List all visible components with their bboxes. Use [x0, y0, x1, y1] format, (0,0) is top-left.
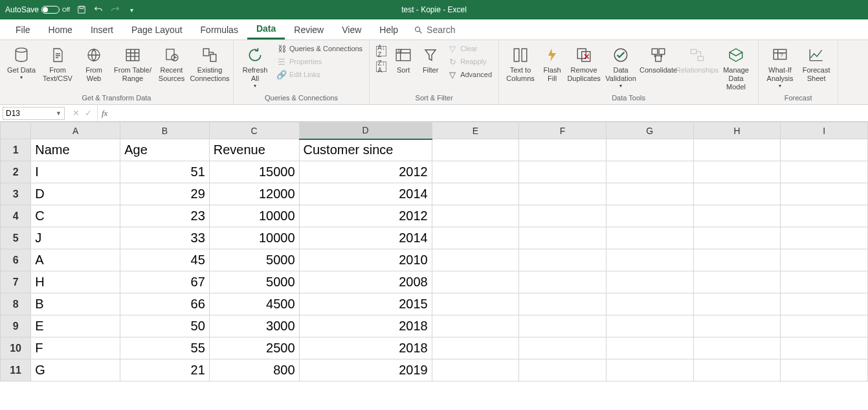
from-table-button[interactable]: From Table/ Range	[113, 43, 153, 84]
sort-button[interactable]: AZSort	[390, 43, 416, 76]
cell[interactable]	[606, 205, 693, 227]
tab-insert[interactable]: Insert	[82, 21, 122, 39]
cell[interactable]	[519, 227, 606, 249]
row-header[interactable]: 4	[1, 205, 31, 227]
cell[interactable]: Age	[120, 139, 210, 161]
cell[interactable]	[693, 161, 781, 183]
from-web-button[interactable]: From Web	[76, 43, 111, 84]
tab-help[interactable]: Help	[370, 21, 407, 39]
column-header-F[interactable]: F	[519, 122, 606, 139]
cell[interactable]	[693, 271, 781, 293]
consolidate-button[interactable]: Consolidate	[640, 43, 676, 76]
cell[interactable]: 33	[120, 227, 210, 249]
cell[interactable]	[519, 293, 606, 315]
get-data-button[interactable]: Get Data▾	[4, 43, 39, 82]
cell[interactable]	[606, 161, 693, 183]
cell[interactable]: 10000	[209, 227, 299, 249]
cell[interactable]	[693, 359, 781, 382]
cell[interactable]: 800	[209, 359, 299, 382]
tab-view[interactable]: View	[333, 21, 370, 39]
cell[interactable]: 55	[120, 337, 210, 359]
row-header[interactable]: 8	[1, 293, 31, 315]
cell[interactable]	[519, 183, 606, 205]
cell[interactable]: 12000	[209, 183, 299, 205]
column-header-B[interactable]: B	[120, 122, 210, 139]
cell[interactable]	[432, 359, 519, 382]
row-header[interactable]: 2	[1, 161, 31, 183]
cell[interactable]: H	[31, 271, 120, 293]
sort-asc-button[interactable]: A↓Z	[373, 45, 389, 57]
tab-data[interactable]: Data	[247, 19, 285, 40]
cell[interactable]: 45	[120, 249, 210, 271]
cell[interactable]: D	[31, 183, 120, 205]
cancel-icon[interactable]: ✕	[72, 108, 80, 118]
queries-connections-button[interactable]: ⛓Queries & Connections	[274, 43, 365, 54]
cell[interactable]: 2018	[299, 337, 432, 359]
cell[interactable]: C	[31, 205, 120, 227]
cell[interactable]: I	[31, 161, 120, 183]
cell[interactable]: E	[31, 315, 120, 337]
column-header-E[interactable]: E	[432, 122, 519, 139]
filter-button[interactable]: Filter	[417, 43, 443, 76]
cell[interactable]: 2014	[299, 227, 432, 249]
cell[interactable]	[781, 139, 868, 161]
spreadsheet-grid[interactable]: ABCDEFGHI1NameAgeRevenueCustomer since2I…	[0, 122, 868, 382]
cell[interactable]: 23	[120, 205, 210, 227]
cell[interactable]	[781, 293, 868, 315]
cell[interactable]: 5000	[209, 249, 299, 271]
row-header[interactable]: 11	[1, 359, 31, 382]
cell[interactable]	[606, 293, 693, 315]
cell[interactable]: 29	[120, 183, 210, 205]
cell[interactable]	[606, 227, 693, 249]
qat-customize-icon[interactable]: ▾	[127, 5, 137, 15]
cell[interactable]	[432, 205, 519, 227]
cell[interactable]: 10000	[209, 205, 299, 227]
cell[interactable]	[519, 359, 606, 382]
cell[interactable]: 2012	[299, 161, 432, 183]
cell[interactable]: 2010	[299, 249, 432, 271]
advanced-filter-button[interactable]: ▽Advanced	[445, 69, 495, 80]
cell[interactable]	[432, 337, 519, 359]
column-header-D[interactable]: D	[299, 122, 432, 139]
cell[interactable]	[781, 227, 868, 249]
cell[interactable]	[519, 205, 606, 227]
tab-page-layout[interactable]: Page Layout	[122, 21, 192, 39]
cell[interactable]: F	[31, 337, 120, 359]
undo-icon[interactable]	[93, 5, 104, 15]
cell[interactable]	[693, 293, 781, 315]
cell[interactable]	[606, 271, 693, 293]
whatif-button[interactable]: ?What-If Analysis▾	[762, 43, 797, 91]
forecast-sheet-button[interactable]: Forecast Sheet	[799, 43, 834, 84]
cell[interactable]: 2018	[299, 315, 432, 337]
cell[interactable]	[606, 139, 693, 161]
text-to-columns-button[interactable]: Text to Columns	[503, 43, 538, 84]
cell[interactable]	[606, 183, 693, 205]
cell[interactable]: 51	[120, 161, 210, 183]
cell[interactable]	[693, 315, 781, 337]
cell[interactable]	[693, 183, 781, 205]
remove-duplicates-button[interactable]: Remove Duplicates	[566, 43, 601, 84]
from-text-button[interactable]: From Text/CSV	[40, 43, 75, 84]
column-header-A[interactable]: A	[31, 122, 120, 139]
cell[interactable]: 21	[120, 359, 210, 382]
row-header[interactable]: 1	[1, 139, 31, 161]
row-header[interactable]: 5	[1, 227, 31, 249]
row-header[interactable]: 9	[1, 315, 31, 337]
cell[interactable]	[693, 249, 781, 271]
cell[interactable]	[519, 337, 606, 359]
refresh-all-button[interactable]: Refresh All▾	[238, 43, 273, 91]
cell[interactable]	[519, 139, 606, 161]
column-header-C[interactable]: C	[209, 122, 299, 139]
data-validation-button[interactable]: Data Validation▾	[603, 43, 639, 91]
recent-sources-button[interactable]: Recent Sources	[154, 43, 189, 84]
flash-fill-button[interactable]: Flash Fill	[539, 43, 565, 84]
column-header-G[interactable]: G	[606, 122, 693, 139]
cell[interactable]	[519, 161, 606, 183]
cell[interactable]	[606, 315, 693, 337]
cell[interactable]: 2015	[299, 293, 432, 315]
cell[interactable]	[781, 183, 868, 205]
cell[interactable]: 2500	[209, 337, 299, 359]
enter-icon[interactable]: ✓	[85, 108, 92, 118]
tab-home[interactable]: Home	[39, 21, 82, 39]
cell[interactable]	[693, 205, 781, 227]
